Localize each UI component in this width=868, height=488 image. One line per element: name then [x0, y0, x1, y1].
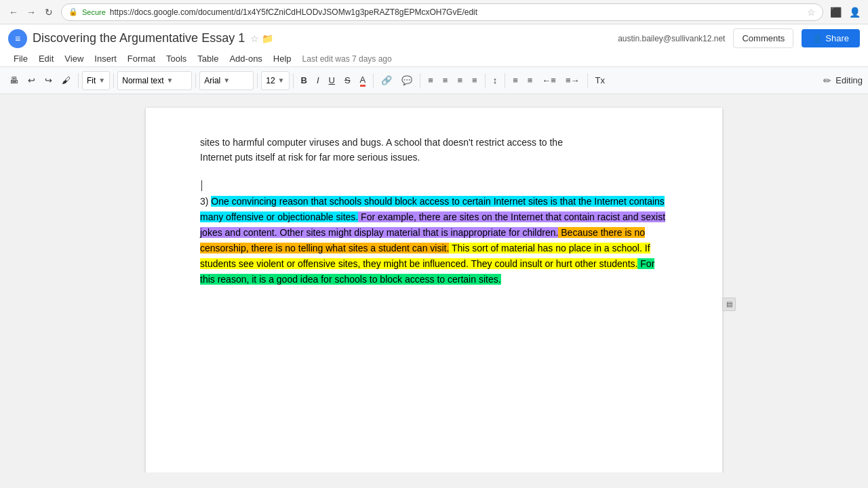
- align-left-button[interactable]: ≡: [424, 70, 437, 91]
- refresh-button[interactable]: ↻: [41, 4, 57, 20]
- share-button[interactable]: 👤 Share: [802, 29, 860, 47]
- align-center-button[interactable]: ≡: [439, 70, 452, 91]
- style-chevron: ▼: [167, 77, 174, 84]
- bold-button[interactable]: B: [297, 70, 311, 91]
- divider-9: [505, 73, 505, 88]
- italic-button[interactable]: I: [313, 70, 323, 91]
- browser-actions: ⬛ 👤: [827, 4, 863, 20]
- partial-paragraph: sites to harmful computer viruses and bu…: [200, 135, 668, 165]
- divider-4: [257, 73, 258, 88]
- indent-increase-button[interactable]: ≡→: [561, 70, 584, 91]
- document-page: sites to harmful computer viruses and bu…: [146, 108, 722, 472]
- divider-8: [485, 73, 486, 88]
- header-right: austin.bailey@sullivank12.net Comments 👤…: [618, 28, 860, 48]
- back-button[interactable]: ←: [5, 4, 22, 20]
- align-justify-button[interactable]: ≡: [468, 70, 481, 91]
- partial-line1: sites to harmful computer viruses and bu…: [200, 137, 563, 148]
- partial-line2: Internet puts itself at risk for far mor…: [200, 152, 420, 163]
- editing-badge: ✏ Editing: [823, 75, 863, 86]
- docs-header: ≡ Discovering the Argumentative Essay 1 …: [0, 24, 868, 67]
- divider-3: [195, 73, 196, 88]
- nav-buttons: ← → ↻: [5, 4, 57, 20]
- comment-side-icon[interactable]: ▤: [722, 298, 736, 311]
- secure-label: Secure: [82, 8, 106, 16]
- redo-button[interactable]: ↪: [41, 70, 56, 91]
- link-button[interactable]: 🔗: [377, 70, 396, 91]
- divider-6: [373, 73, 374, 88]
- menu-row: File Edit View Insert Format Tools Table…: [8, 51, 860, 66]
- undo-button[interactable]: ↩: [24, 70, 39, 91]
- menu-insert[interactable]: Insert: [89, 51, 122, 66]
- style-dropdown[interactable]: Normal text ▼: [117, 71, 192, 90]
- url-text: https://docs.google.com/document/d/1x4Y5…: [110, 7, 477, 17]
- zoom-label: Fit: [87, 76, 96, 85]
- document-area[interactable]: sites to harmful computer viruses and bu…: [0, 94, 868, 472]
- toolbar: 🖶 ↩ ↪ 🖌 Fit ▼ Normal text ▼ Arial ▼ 12 ▼…: [0, 67, 868, 94]
- print-button[interactable]: 🖶: [5, 70, 22, 91]
- document-title[interactable]: Discovering the Argumentative Essay 1: [33, 31, 245, 45]
- highlight-a-label: A: [360, 75, 366, 87]
- menu-table[interactable]: Table: [192, 51, 224, 66]
- underline-button[interactable]: U: [325, 70, 339, 91]
- divider-1: [78, 73, 79, 88]
- unordered-list-button[interactable]: ≡: [524, 70, 537, 91]
- title-icons: ☆ 📁: [250, 33, 273, 44]
- share-label: Share: [825, 33, 849, 43]
- bookmark-icon[interactable]: ☆: [807, 7, 816, 18]
- hamburger-menu[interactable]: ≡: [8, 29, 27, 48]
- extensions-button[interactable]: ⬛: [827, 4, 844, 20]
- divider-7: [420, 73, 420, 88]
- paint-format-button[interactable]: 🖌: [58, 70, 75, 91]
- zoom-chevron: ▼: [98, 77, 105, 84]
- font-label: Arial: [204, 76, 220, 85]
- zoom-dropdown[interactable]: Fit ▼: [82, 71, 110, 90]
- forward-button[interactable]: →: [23, 4, 39, 20]
- address-bar[interactable]: 🔒 Secure https://docs.google.com/documen…: [61, 3, 823, 21]
- menu-edit[interactable]: Edit: [33, 51, 59, 66]
- divider-5: [293, 73, 294, 88]
- divider-10: [587, 73, 588, 88]
- share-icon: 👤: [812, 34, 823, 43]
- comment-button[interactable]: 💬: [397, 70, 416, 91]
- clear-format-button[interactable]: Tx: [591, 70, 609, 91]
- line-spacing-button[interactable]: ↕: [489, 70, 502, 91]
- last-edit-text: Last edit was 7 days ago: [302, 54, 392, 64]
- menu-view[interactable]: View: [59, 51, 89, 66]
- strikethrough-button[interactable]: S: [340, 70, 355, 91]
- text-cursor: [201, 180, 202, 191]
- menu-addons[interactable]: Add-ons: [224, 51, 267, 66]
- pencil-icon: ✏: [823, 75, 831, 86]
- paragraph-3[interactable]: 3) One convincing reason that schools sh…: [200, 194, 668, 288]
- font-size-chevron: ▼: [278, 77, 285, 84]
- browser-chrome: ← → ↻ 🔒 Secure https://docs.google.com/d…: [0, 0, 868, 24]
- menu-file[interactable]: File: [8, 51, 33, 66]
- user-email: austin.bailey@sullivank12.net: [618, 34, 725, 43]
- secure-icon: 🔒: [68, 7, 78, 16]
- title-row: ≡ Discovering the Argumentative Essay 1 …: [8, 28, 860, 48]
- profile-button[interactable]: 👤: [846, 4, 863, 20]
- paragraph-3-number: 3): [200, 196, 211, 207]
- menu-tools[interactable]: Tools: [161, 51, 192, 66]
- cursor-area[interactable]: [200, 178, 668, 194]
- font-dropdown[interactable]: Arial ▼: [199, 71, 254, 90]
- font-size-dropdown[interactable]: 12 ▼: [261, 71, 289, 90]
- font-size-label: 12: [266, 76, 275, 85]
- folder-icon[interactable]: 📁: [262, 33, 273, 44]
- style-label: Normal text: [122, 76, 163, 85]
- comments-button[interactable]: Comments: [733, 28, 793, 48]
- menu-format[interactable]: Format: [122, 51, 161, 66]
- align-right-button[interactable]: ≡: [453, 70, 467, 91]
- star-icon[interactable]: ☆: [250, 33, 259, 44]
- ordered-list-button[interactable]: ≡: [509, 70, 522, 91]
- divider-2: [113, 73, 114, 88]
- indent-decrease-button[interactable]: ←≡: [538, 70, 560, 91]
- menu-help[interactable]: Help: [268, 51, 297, 66]
- highlight-button[interactable]: A: [356, 70, 370, 91]
- font-chevron: ▼: [223, 77, 230, 84]
- editing-label: Editing: [835, 75, 863, 85]
